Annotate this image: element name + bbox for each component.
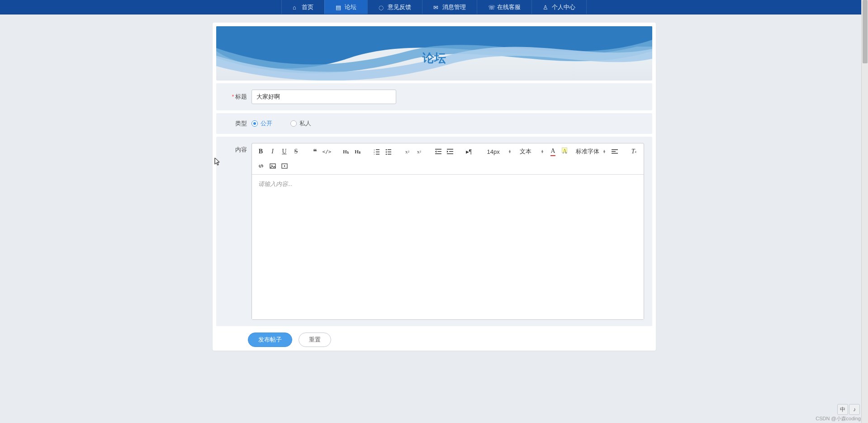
nav-label: 个人中心 <box>552 3 575 11</box>
editor-textarea[interactable]: 请输入内容... <box>252 175 644 319</box>
svg-rect-13 <box>435 149 441 150</box>
link-icon <box>258 163 264 169</box>
svg-rect-19 <box>449 151 453 152</box>
svg-marker-18 <box>447 151 448 153</box>
video-button[interactable] <box>279 161 290 171</box>
quote-button[interactable]: ❝ <box>310 146 321 157</box>
header-select[interactable]: 文本 ▲▼ <box>515 146 547 157</box>
svg-marker-27 <box>284 165 285 167</box>
home-icon <box>293 4 299 10</box>
svg-rect-21 <box>612 149 618 150</box>
image-button[interactable] <box>267 161 278 171</box>
nav-forum[interactable]: 论坛 <box>324 0 367 14</box>
nav-service[interactable]: 在线客服 <box>477 0 531 14</box>
font-size-select[interactable]: 14px ▲▼ <box>483 146 514 157</box>
top-navbar: 首页 论坛 意见反馈 消息管理 在线客服 个人中心 <box>0 0 868 14</box>
strike-button[interactable]: S <box>291 146 302 157</box>
service-icon <box>488 4 494 10</box>
italic-button[interactable]: I <box>267 146 278 157</box>
link-button[interactable] <box>256 161 266 171</box>
main-panel: 论坛 *标题 类型 公开 私人 内容 B I U <box>213 23 656 351</box>
outdent-icon <box>435 148 441 155</box>
svg-rect-12 <box>388 154 391 155</box>
nav-message[interactable]: 消息管理 <box>422 0 477 14</box>
caret-icon: ▲▼ <box>603 150 606 153</box>
radio-label: 私人 <box>299 119 311 128</box>
subscript-button[interactable]: x2 <box>402 146 413 157</box>
indent-icon <box>447 148 453 155</box>
svg-rect-2 <box>376 149 379 150</box>
align-button[interactable] <box>609 146 620 157</box>
svg-point-25 <box>271 165 272 166</box>
font-family-select[interactable]: 标准字体 ▲▼ <box>571 146 609 157</box>
action-buttons: 发布帖子 重置 <box>216 326 652 347</box>
text-color-button[interactable]: A <box>548 146 559 157</box>
nav-feedback[interactable]: 意见反馈 <box>367 0 422 14</box>
radio-dot-icon <box>290 120 297 127</box>
radio-dot-icon <box>251 120 258 127</box>
clear-format-button[interactable]: Tx <box>628 146 639 157</box>
svg-rect-20 <box>447 153 453 154</box>
title-input[interactable] <box>251 90 396 104</box>
code-button[interactable]: </> <box>322 146 332 157</box>
nav-label: 意见反馈 <box>388 3 411 11</box>
svg-point-7 <box>385 149 387 151</box>
nav-home[interactable]: 首页 <box>281 0 324 14</box>
hero-title: 论坛 <box>422 50 446 66</box>
reset-button[interactable]: 重置 <box>299 333 331 347</box>
image-icon <box>270 163 276 169</box>
hero-banner: 论坛 <box>216 26 652 81</box>
svg-rect-15 <box>437 151 441 152</box>
svg-rect-6 <box>376 154 379 155</box>
rich-text-editor: B I U S ❝ </> H₁ H₂ 123 x2 x2 <box>251 143 644 320</box>
form-row-type: 类型 公开 私人 <box>216 113 652 134</box>
svg-marker-14 <box>435 151 436 153</box>
radio-public[interactable]: 公开 <box>251 119 272 128</box>
watermark-text: CSDN @小森coding <box>816 415 861 422</box>
indent-button[interactable] <box>445 146 455 157</box>
svg-rect-10 <box>388 152 391 152</box>
bold-button[interactable]: B <box>256 146 266 157</box>
h2-button[interactable]: H₂ <box>352 146 363 157</box>
svg-rect-23 <box>612 153 618 154</box>
type-label: 类型 <box>224 119 247 128</box>
align-icon <box>612 148 618 155</box>
outdent-button[interactable] <box>433 146 444 157</box>
svg-rect-4 <box>376 152 379 152</box>
required-asterisk: * <box>232 93 234 100</box>
nav-user-center[interactable]: 个人中心 <box>531 0 587 14</box>
svg-rect-16 <box>435 153 441 154</box>
ime-indicator[interactable]: 中 ♪ <box>837 404 860 415</box>
h1-button[interactable]: H₁ <box>341 146 351 157</box>
svg-rect-8 <box>388 149 391 150</box>
svg-text:3: 3 <box>374 153 375 155</box>
user-icon <box>543 4 549 10</box>
direction-button[interactable]: ▸¶ <box>464 146 474 157</box>
form-row-content: 内容 B I U S ❝ </> H₁ H₂ 123 <box>216 137 652 326</box>
ordered-list-icon: 123 <box>374 148 380 155</box>
svg-rect-17 <box>447 149 453 150</box>
superscript-button[interactable]: x2 <box>414 146 425 157</box>
content-label: 内容 <box>224 143 247 154</box>
bullet-list-button[interactable] <box>383 146 394 157</box>
publish-button[interactable]: 发布帖子 <box>248 333 292 347</box>
video-icon <box>281 163 288 169</box>
ime-mode[interactable]: ♪ <box>849 404 860 415</box>
editor-toolbar: B I U S ❝ </> H₁ H₂ 123 x2 x2 <box>252 143 644 175</box>
highlight-color-button[interactable]: A <box>560 146 570 157</box>
radio-label: 公开 <box>261 119 272 128</box>
form-row-title: *标题 <box>216 83 652 110</box>
scrollbar-thumb[interactable] <box>863 0 868 63</box>
svg-point-9 <box>385 152 387 153</box>
radio-private[interactable]: 私人 <box>290 119 311 128</box>
nav-label: 首页 <box>302 3 313 11</box>
ordered-list-button[interactable]: 123 <box>371 146 382 157</box>
page-scrollbar[interactable] <box>861 0 868 423</box>
ime-lang[interactable]: 中 <box>837 404 848 415</box>
underline-button[interactable]: U <box>279 146 290 157</box>
feedback-icon <box>379 4 385 10</box>
title-label: *标题 <box>224 93 247 101</box>
nav-label: 在线客服 <box>497 3 521 11</box>
svg-point-11 <box>385 154 387 155</box>
nav-label: 消息管理 <box>442 3 466 11</box>
